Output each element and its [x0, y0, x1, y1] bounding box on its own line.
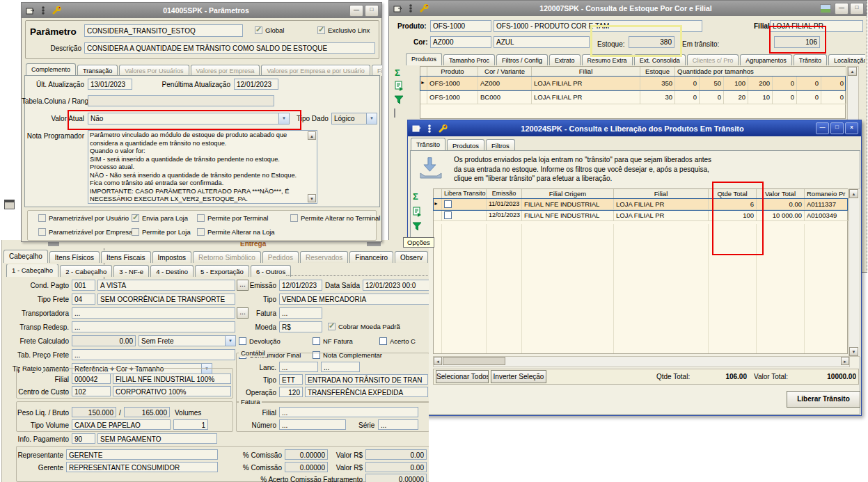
tipo-frete-desc-field[interactable]: SEM OCORRÊNCIA DE TRANSPORTE	[97, 294, 235, 305]
tab-preco-frete-field[interactable]: ...	[72, 349, 235, 360]
col-qtde-total[interactable]: Qtde Total	[709, 189, 757, 199]
stock-table-row[interactable]: OFS-1000 BC000 LOJA FILIAL PR 30 0 0 20 …	[420, 90, 845, 104]
representante-field[interactable]: GERENTE	[66, 449, 218, 460]
operacao-code-field[interactable]: 120	[279, 387, 303, 397]
tipo-volume-field[interactable]: CAIXA DE PAPELAO	[72, 419, 171, 430]
subtab-2-cabecalho[interactable]: 2 - Cabeçalho	[60, 265, 112, 277]
scroll-left-icon[interactable]: ◄	[434, 357, 442, 365]
produto-desc-field[interactable]: OFS-1000 - PRODUTO COR E TAM	[494, 20, 702, 32]
gerente-field[interactable]: REPRESENTANTE CONSUMIDOR	[66, 462, 218, 472]
filter-funnel-icon[interactable]	[394, 95, 404, 106]
centro-custo-desc-field[interactable]: CORPORATIVO 100%	[113, 386, 231, 396]
scroll-up-icon[interactable]: ▲	[308, 131, 316, 140]
cobrar-moeda-checkbox[interactable]: Cobrar Moeda Padrã	[328, 323, 400, 330]
peso-liq-field[interactable]: 150.000	[72, 407, 116, 417]
col-cor-variante[interactable]: Cor / Variante	[478, 67, 532, 77]
filter-funnel-icon[interactable]	[412, 222, 422, 233]
cell-libera-checkbox[interactable]	[442, 210, 487, 221]
operacao-desc-field[interactable]: TRANSFERÊNCIA EXPEDIDA	[305, 387, 428, 397]
subtab-4-destino[interactable]: 4 - Destino	[150, 265, 194, 277]
wrench-icon[interactable]	[418, 3, 429, 13]
tab-produtos[interactable]: Produtos	[406, 53, 442, 65]
tab-transacao[interactable]: Transação	[77, 65, 118, 76]
transit-table-row[interactable]: 12/01/2023 FILIAL NFE INDUSTRIAL LOJA FI…	[434, 210, 847, 221]
global-checkbox[interactable]: Global	[255, 26, 284, 34]
col-emissao[interactable]: Emissão	[487, 189, 522, 199]
scroll-up-icon[interactable]: ▲	[849, 189, 858, 198]
hscroll-thumb[interactable]	[443, 357, 505, 365]
tab-resumo-extra[interactable]: Resumo Extra	[582, 54, 633, 65]
cell-libera-checkbox[interactable]	[442, 199, 487, 210]
data-saida-field[interactable]: 12/01/2023 00:0	[363, 280, 429, 291]
contabil-tipo-code-field[interactable]: ETT	[279, 374, 303, 385]
stock-table-row[interactable]: ► OFS-1000 AZ000 LOJA FILIAL PR 350 0 50…	[420, 77, 845, 90]
cond-pagto-code-field[interactable]: 001	[72, 280, 95, 291]
col-valor-total[interactable]: Valor Total	[757, 189, 805, 199]
subtab-3-nfe[interactable]: 3 - NF-e	[113, 265, 149, 277]
valor-rs-field-1[interactable]: 0.00	[365, 449, 427, 460]
estoque-field[interactable]: 380	[629, 36, 674, 48]
emissao-field[interactable]: 12/01/2023	[279, 280, 322, 291]
sum-icon[interactable]: Σ	[395, 68, 400, 77]
maximize-button[interactable]: □	[830, 122, 844, 134]
lanc-field-2[interactable]: ...	[321, 362, 360, 372]
col-produto[interactable]: Produto	[427, 67, 478, 77]
stock-table-vscrollbar[interactable]: ▲	[847, 66, 859, 120]
devolucao-checkbox[interactable]: Devolução	[239, 337, 281, 345]
maximize-button[interactable]: □	[365, 5, 379, 17]
tabela-coluna-field[interactable]	[88, 95, 274, 106]
frete-calculado-field[interactable]: 0.00	[72, 335, 136, 346]
exclusivo-linx-checkbox[interactable]: Exclusivo Linx	[317, 26, 370, 34]
window-export-icon[interactable]	[24, 6, 35, 15]
centro-custo-code-field[interactable]: 102	[72, 386, 111, 396]
col-filial[interactable]: Filial	[532, 67, 640, 77]
minimize-button[interactable]: —	[816, 122, 829, 134]
wrench-icon[interactable]	[51, 6, 62, 15]
tab-financeiro[interactable]: Financeiro	[349, 251, 393, 263]
envia-para-loja-checkbox[interactable]: Envia para Loja	[132, 214, 188, 222]
window-export-icon[interactable]	[411, 124, 422, 134]
copy-grid-icon[interactable]	[394, 81, 404, 93]
scroll-down-icon[interactable]: ▼	[308, 194, 316, 202]
permite-alterar-terminal-checkbox[interactable]: Permite Alterar no Terminal	[290, 214, 380, 222]
tab-impostos[interactable]: Impostos	[152, 251, 192, 263]
tab-itens-fiscais[interactable]: Itens Fiscais	[101, 251, 151, 263]
transit-window-titlebar[interactable]: 120024SPK - Consulta e Liberação dos Pro…	[408, 120, 861, 136]
wrench-icon[interactable]	[437, 124, 448, 134]
fatura-numero-field[interactable]: ...	[279, 419, 346, 430]
parametrizavel-usuario-checkbox[interactable]: Parametrizável por Usuário	[38, 214, 129, 222]
col-romaneio[interactable]: Romaneio Pr	[805, 189, 849, 199]
tab-itens-fisicos[interactable]: Itens Físicos	[49, 251, 100, 263]
cor-desc-field[interactable]: AZUL	[494, 36, 590, 48]
scroll-up-icon[interactable]: ▲	[848, 67, 857, 76]
parametrizavel-empresa-checkbox[interactable]: Parametrizável por Empresa	[38, 228, 132, 236]
tipo-field[interactable]: VENDA DE MERCADORIA	[279, 294, 429, 305]
col-filial[interactable]: Filial	[614, 189, 709, 199]
moeda-field[interactable]: R$	[279, 321, 322, 332]
info-pagamento-code-field[interactable]: 90	[72, 433, 95, 444]
em-transito-field[interactable]: 106	[774, 36, 820, 48]
dropdown-arrow-icon[interactable]: ▼	[366, 113, 377, 124]
sum-icon[interactable]: Σ	[413, 192, 418, 201]
col-estoque[interactable]: Estoque	[640, 67, 675, 77]
col-filial-origem[interactable]: Filial Origem	[522, 189, 614, 199]
contabil-tipo-desc-field[interactable]: ENTRADA NO TRÂNSITO DE TRAN	[305, 374, 428, 385]
param-window-titlebar[interactable]: 014005SPK - Parâmetros — □	[22, 3, 381, 18]
tab-agrupamentos[interactable]: Agrupamentos	[740, 54, 792, 65]
selecionar-todos-button[interactable]: Selecionar Todos	[436, 370, 489, 383]
stock-window-titlebar[interactable]: 120007SPK - Consulta de Estoque Por Cor …	[389, 1, 867, 16]
cond-pagto-desc-field[interactable]: A VISTA	[97, 280, 235, 291]
subtab-1-cabecalho[interactable]: 1 - Cabeçalho	[6, 264, 58, 277]
penultima-field[interactable]: 12/01/2023	[234, 79, 278, 90]
frete-tipo-dropdown[interactable]: Sem Frete▼	[139, 335, 236, 346]
subtab-6-outros[interactable]: 6 - Outros	[251, 265, 291, 277]
produto-code-field[interactable]: OFS-1000	[430, 20, 491, 32]
tab-filtros-config[interactable]: Filtros / Config	[496, 54, 548, 65]
dropdown-arrow-icon[interactable]: ▼	[225, 336, 235, 346]
descricao-field[interactable]: CONSIDERA A QUANTIDADE EM TRÂNSITO COMO …	[84, 42, 375, 54]
fatura-filial-field[interactable]: ...	[279, 407, 418, 417]
image-tool-icon[interactable]	[394, 109, 395, 117]
scroll-down-icon[interactable]: ▼	[849, 347, 858, 356]
column-stack-icon[interactable]	[424, 124, 435, 134]
ult-atualizacao-field[interactable]: 13/01/2023	[88, 79, 132, 90]
